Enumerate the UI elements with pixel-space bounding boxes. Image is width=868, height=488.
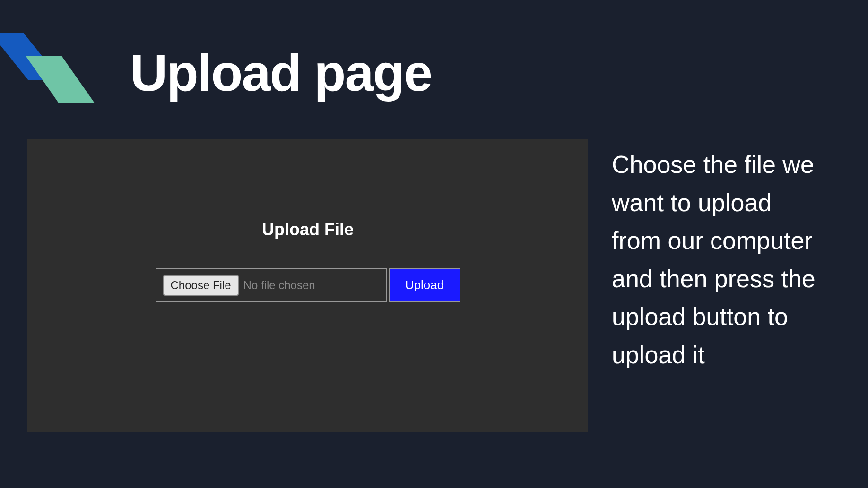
upload-button[interactable]: Upload — [389, 268, 460, 302]
page-title: Upload page — [130, 43, 432, 103]
upload-controls-row: Choose File No file chosen Upload — [156, 268, 460, 302]
file-input-container[interactable]: Choose File No file chosen — [156, 268, 387, 302]
panel-heading: Upload File — [262, 220, 354, 240]
choose-file-button[interactable]: Choose File — [163, 275, 239, 296]
description-text: Choose the file we want to upload from o… — [612, 146, 820, 374]
upload-screenshot-panel: Upload File Choose File No file chosen U… — [27, 139, 588, 432]
file-status-text: No file chosen — [243, 279, 315, 292]
logo-decoration-icon — [0, 33, 104, 128]
